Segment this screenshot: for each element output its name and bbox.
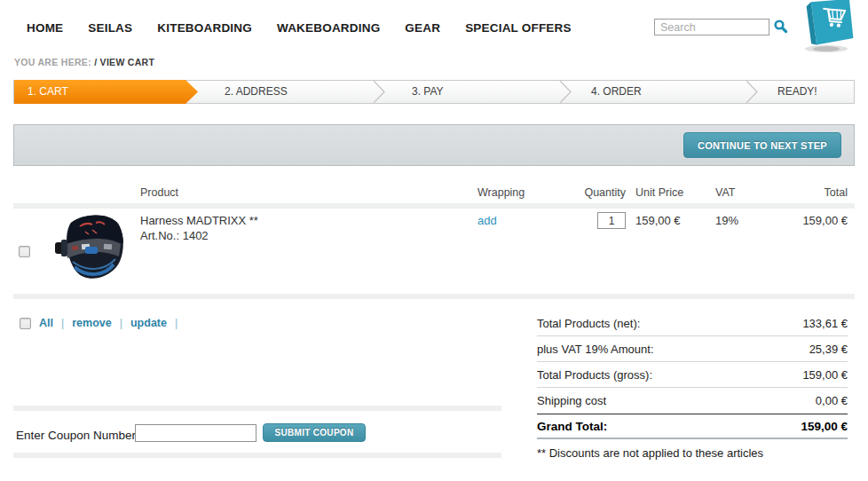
coupon-input[interactable] [135,424,256,442]
total-gross-label: Total Products (gross): [537,368,652,382]
col-header-vat: VAT [710,185,790,201]
grand-total-row: Grand Total: 159,00 € [537,414,848,439]
total-gross-value: 159,00 € [802,368,848,382]
breadcrumb: YOU ARE HERE: / VIEW CART [14,57,154,67]
nav-item-wakeboarding[interactable]: WAKEBOARDING [277,21,380,35]
continue-to-next-step-button[interactable]: CONTINUE TO NEXT STEP [683,132,841,158]
grand-total-label: Grand Total: [537,420,607,433]
shipping-cost-row: Shipping cost 0,00 € [537,388,848,414]
col-header-quantity: Quantity [562,185,626,201]
nav-item-home[interactable]: HOME [27,21,63,35]
row-divider [13,203,855,209]
shipping-cost-label: Shipping cost [537,394,606,407]
row-select-checkbox[interactable] [19,246,30,257]
quantity-input[interactable] [597,212,626,229]
nav-item-special-offers[interactable]: SPECIAL OFFERS [465,21,572,35]
row-divider [13,294,855,299]
discount-footnote: ** Discounts are not applied to these ar… [537,446,769,461]
breadcrumb-prefix: YOU ARE HERE: [14,57,91,67]
nav-item-kiteboarding[interactable]: KITEBOARDING [157,21,252,35]
view-cart-page: HOME SEILAS KITEBOARDING WAKEBOARDING GE… [0,0,868,481]
remove-link[interactable]: remove [72,317,111,329]
main-nav: HOME SEILAS KITEBOARDING WAKEBOARDING GE… [27,21,572,35]
nav-item-seilas[interactable]: SEILAS [88,21,132,35]
separator: | [120,317,122,329]
chevron-right-icon [559,81,572,103]
cart-table-header: Product Wrapping Quantity Unit Price VAT… [13,185,855,201]
search-input[interactable] [654,19,769,35]
cart-actions: All | remove | update | [20,317,178,329]
select-all-link[interactable]: All [39,317,53,329]
vat-amount-value: 25,39 € [809,343,848,356]
select-all-checkbox[interactable] [20,318,31,329]
nav-item-gear[interactable]: GEAR [405,21,440,35]
vat-amount-label: plus VAT 19% Amount: [537,343,654,356]
cart-totals: Total Products (net): 133,61 € plus VAT … [537,311,848,461]
step-cart: 1. CART [14,80,198,104]
total-net-value: 133,61 € [802,317,848,330]
shipping-cost-value: 0,00 € [816,394,848,407]
chevron-right-icon [373,81,385,103]
unit-price: 159,00 € [626,210,710,291]
total-gross-row: Total Products (gross): 159,00 € [537,362,848,388]
col-header-total: Total [790,185,855,201]
col-header-unit-price: Unit Price [626,185,710,201]
cart-bag-icon[interactable] [801,0,858,53]
checkout-steps: 1. CART 2. ADDRESS 3. PAY 4. ORDER READY… [13,80,855,104]
col-header-product: Product [140,185,477,201]
col-header-wrapping: Wrapping [477,185,562,201]
section-divider [13,406,501,411]
chevron-right-icon [746,81,758,103]
vat-rate: 19% [710,210,790,291]
add-wrapping-link[interactable]: add [477,214,497,227]
separator: | [175,317,178,329]
separator: | [61,317,64,329]
breadcrumb-current: / VIEW CART [94,57,154,67]
submit-coupon-button[interactable]: SUBMIT COUPON [263,423,366,442]
cart-toolbar: CONTINUE TO NEXT STEP [13,124,855,166]
total-net-row: Total Products (net): 133,61 € [537,311,848,336]
section-divider [13,453,501,458]
vat-amount-row: plus VAT 19% Amount: 25,39 € [537,336,848,362]
search-icon[interactable] [774,20,788,34]
update-link[interactable]: update [130,317,167,329]
grand-total-value: 159,00 € [801,420,848,433]
product-art-no: Art.No.: 1402 [140,228,477,243]
table-row: Harness MADTRIXX ** Art.No.: 1402 add 15… [13,210,855,291]
step-order: 4. ORDER [564,81,751,103]
total-net-label: Total Products (net): [537,317,640,330]
product-name: Harness MADTRIXX ** [140,213,477,228]
step-ready: READY! [751,81,856,103]
coupon-label: Enter Coupon Number: [16,429,139,442]
step-pay: 3. PAY [378,81,564,103]
product-image [53,210,131,288]
step-address: 2. ADDRESS [198,81,378,103]
row-total: 159,00 € [790,210,855,291]
